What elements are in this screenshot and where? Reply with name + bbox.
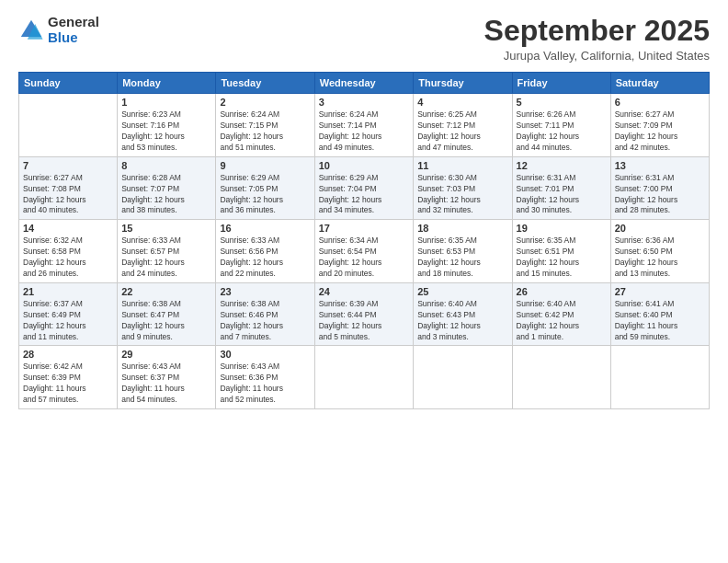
day-info: Sunrise: 6:30 AMSunset: 7:03 PMDaylight:…	[417, 173, 507, 217]
calendar-cell: 10Sunrise: 6:29 AMSunset: 7:04 PMDayligh…	[314, 156, 414, 220]
day-number: 22	[121, 286, 211, 297]
day-info: Sunrise: 6:40 AMSunset: 6:43 PMDaylight:…	[417, 299, 507, 343]
location: Jurupa Valley, California, United States	[484, 49, 710, 63]
calendar-week-row: 21Sunrise: 6:37 AMSunset: 6:49 PMDayligh…	[19, 282, 710, 346]
day-number: 5	[517, 97, 607, 108]
logo-general-text: General	[48, 15, 99, 30]
calendar-header-friday: Friday	[512, 73, 610, 94]
day-number: 13	[615, 160, 705, 171]
calendar-cell: 13Sunrise: 6:31 AMSunset: 7:00 PMDayligh…	[610, 156, 709, 220]
day-number: 29	[121, 349, 211, 360]
header: General Blue September 2025 Jurupa Valle…	[18, 15, 710, 63]
day-info: Sunrise: 6:40 AMSunset: 6:42 PMDaylight:…	[517, 299, 607, 343]
day-info: Sunrise: 6:38 AMSunset: 6:47 PMDaylight:…	[121, 299, 211, 343]
day-info: Sunrise: 6:33 AMSunset: 6:57 PMDaylight:…	[121, 236, 211, 280]
calendar-cell	[19, 94, 118, 157]
day-number: 8	[121, 160, 211, 171]
day-info: Sunrise: 6:28 AMSunset: 7:07 PMDaylight:…	[121, 173, 211, 217]
day-info: Sunrise: 6:29 AMSunset: 7:05 PMDaylight:…	[220, 173, 310, 217]
calendar-cell	[314, 346, 414, 409]
logo-text: General Blue	[48, 15, 99, 45]
day-info: Sunrise: 6:43 AMSunset: 6:36 PMDaylight:…	[220, 362, 310, 406]
calendar-cell: 21Sunrise: 6:37 AMSunset: 6:49 PMDayligh…	[19, 282, 118, 346]
day-info: Sunrise: 6:35 AMSunset: 6:51 PMDaylight:…	[517, 236, 607, 280]
day-number: 6	[615, 97, 705, 108]
day-info: Sunrise: 6:36 AMSunset: 6:50 PMDaylight:…	[615, 236, 705, 280]
calendar-cell: 23Sunrise: 6:38 AMSunset: 6:46 PMDayligh…	[216, 282, 314, 346]
calendar-cell: 18Sunrise: 6:35 AMSunset: 6:53 PMDayligh…	[414, 220, 512, 283]
day-number: 17	[319, 223, 410, 234]
calendar-cell: 12Sunrise: 6:31 AMSunset: 7:01 PMDayligh…	[512, 156, 610, 220]
calendar-header-monday: Monday	[118, 73, 216, 94]
calendar-cell	[512, 346, 610, 409]
day-number: 14	[23, 223, 113, 234]
calendar-cell: 5Sunrise: 6:26 AMSunset: 7:11 PMDaylight…	[512, 94, 610, 157]
calendar-cell: 4Sunrise: 6:25 AMSunset: 7:12 PMDaylight…	[414, 94, 512, 157]
day-number: 18	[417, 223, 507, 234]
month-title: September 2025	[484, 15, 710, 47]
page: General Blue September 2025 Jurupa Valle…	[0, 0, 728, 563]
day-number: 9	[220, 160, 310, 171]
day-info: Sunrise: 6:42 AMSunset: 6:39 PMDaylight:…	[23, 362, 113, 406]
logo-blue-text: Blue	[48, 30, 99, 46]
calendar-cell: 24Sunrise: 6:39 AMSunset: 6:44 PMDayligh…	[314, 282, 414, 346]
calendar-header-sunday: Sunday	[19, 73, 118, 94]
calendar-cell: 27Sunrise: 6:41 AMSunset: 6:40 PMDayligh…	[610, 282, 709, 346]
day-number: 10	[319, 160, 410, 171]
calendar-cell: 14Sunrise: 6:32 AMSunset: 6:58 PMDayligh…	[19, 220, 118, 283]
calendar-header-row: SundayMondayTuesdayWednesdayThursdayFrid…	[19, 73, 710, 94]
day-info: Sunrise: 6:38 AMSunset: 6:46 PMDaylight:…	[220, 299, 310, 343]
calendar-week-row: 14Sunrise: 6:32 AMSunset: 6:58 PMDayligh…	[19, 220, 710, 283]
day-number: 3	[319, 97, 410, 108]
calendar-cell: 17Sunrise: 6:34 AMSunset: 6:54 PMDayligh…	[314, 220, 414, 283]
calendar-cell: 16Sunrise: 6:33 AMSunset: 6:56 PMDayligh…	[216, 220, 314, 283]
day-number: 30	[220, 349, 310, 360]
calendar-cell: 22Sunrise: 6:38 AMSunset: 6:47 PMDayligh…	[118, 282, 216, 346]
logo: General Blue	[18, 15, 99, 45]
day-info: Sunrise: 6:26 AMSunset: 7:11 PMDaylight:…	[517, 109, 607, 154]
day-info: Sunrise: 6:39 AMSunset: 6:44 PMDaylight:…	[319, 299, 410, 343]
day-info: Sunrise: 6:24 AMSunset: 7:14 PMDaylight:…	[319, 109, 410, 154]
day-info: Sunrise: 6:32 AMSunset: 6:58 PMDaylight:…	[23, 236, 113, 280]
day-number: 16	[220, 223, 310, 234]
day-info: Sunrise: 6:27 AMSunset: 7:09 PMDaylight:…	[615, 109, 705, 154]
day-number: 27	[615, 286, 705, 297]
calendar-cell: 15Sunrise: 6:33 AMSunset: 6:57 PMDayligh…	[118, 220, 216, 283]
day-number: 28	[23, 349, 113, 360]
day-info: Sunrise: 6:43 AMSunset: 6:37 PMDaylight:…	[121, 362, 211, 406]
day-info: Sunrise: 6:24 AMSunset: 7:15 PMDaylight:…	[220, 109, 310, 154]
calendar-cell: 8Sunrise: 6:28 AMSunset: 7:07 PMDaylight…	[118, 156, 216, 220]
day-number: 24	[319, 286, 410, 297]
calendar-cell: 26Sunrise: 6:40 AMSunset: 6:42 PMDayligh…	[512, 282, 610, 346]
calendar-cell: 19Sunrise: 6:35 AMSunset: 6:51 PMDayligh…	[512, 220, 610, 283]
day-info: Sunrise: 6:41 AMSunset: 6:40 PMDaylight:…	[615, 299, 705, 343]
calendar-cell: 30Sunrise: 6:43 AMSunset: 6:36 PMDayligh…	[216, 346, 314, 409]
calendar-cell: 3Sunrise: 6:24 AMSunset: 7:14 PMDaylight…	[314, 94, 414, 157]
day-info: Sunrise: 6:31 AMSunset: 7:00 PMDaylight:…	[615, 173, 705, 217]
calendar-cell: 7Sunrise: 6:27 AMSunset: 7:08 PMDaylight…	[19, 156, 118, 220]
day-number: 2	[220, 97, 310, 108]
day-number: 11	[417, 160, 507, 171]
day-number: 21	[23, 286, 113, 297]
day-info: Sunrise: 6:23 AMSunset: 7:16 PMDaylight:…	[121, 109, 211, 154]
day-info: Sunrise: 6:34 AMSunset: 6:54 PMDaylight:…	[319, 236, 410, 280]
day-number: 25	[417, 286, 507, 297]
title-section: September 2025 Jurupa Valley, California…	[484, 15, 710, 63]
calendar-cell: 9Sunrise: 6:29 AMSunset: 7:05 PMDaylight…	[216, 156, 314, 220]
day-number: 12	[517, 160, 607, 171]
calendar-cell: 11Sunrise: 6:30 AMSunset: 7:03 PMDayligh…	[414, 156, 512, 220]
calendar-cell: 28Sunrise: 6:42 AMSunset: 6:39 PMDayligh…	[19, 346, 118, 409]
day-number: 15	[121, 223, 211, 234]
calendar-week-row: 7Sunrise: 6:27 AMSunset: 7:08 PMDaylight…	[19, 156, 710, 220]
day-info: Sunrise: 6:29 AMSunset: 7:04 PMDaylight:…	[319, 173, 410, 217]
calendar-header-wednesday: Wednesday	[314, 73, 414, 94]
calendar-table: SundayMondayTuesdayWednesdayThursdayFrid…	[18, 72, 710, 409]
calendar-cell: 29Sunrise: 6:43 AMSunset: 6:37 PMDayligh…	[118, 346, 216, 409]
day-number: 1	[121, 97, 211, 108]
calendar-header-saturday: Saturday	[610, 73, 709, 94]
calendar-cell: 20Sunrise: 6:36 AMSunset: 6:50 PMDayligh…	[610, 220, 709, 283]
day-info: Sunrise: 6:37 AMSunset: 6:49 PMDaylight:…	[23, 299, 113, 343]
day-number: 26	[517, 286, 607, 297]
calendar-week-row: 1Sunrise: 6:23 AMSunset: 7:16 PMDaylight…	[19, 94, 710, 157]
calendar-cell: 25Sunrise: 6:40 AMSunset: 6:43 PMDayligh…	[414, 282, 512, 346]
